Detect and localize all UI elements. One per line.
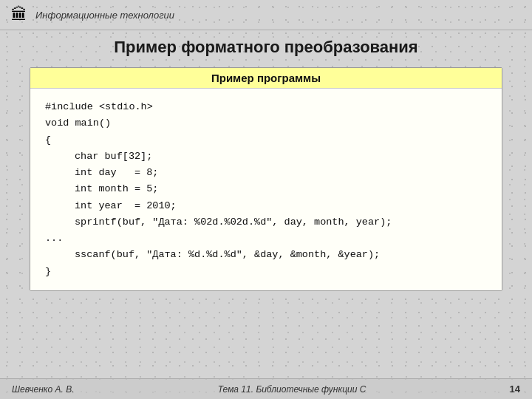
code-line: int day = 8;	[45, 165, 487, 181]
code-line: int month = 5;	[45, 181, 487, 197]
code-line: sscanf(buf, "Дата: %d.%d.%d", &day, &mon…	[45, 247, 487, 263]
header-title: Информационные технологии	[35, 10, 174, 21]
header: 🏛 Информационные технологии	[0, 0, 532, 30]
logo-icon: 🏛	[9, 4, 30, 25]
code-line: ...	[45, 231, 487, 247]
footer: Шевченко А. В. Тема 11. Библиотечные фун…	[0, 378, 532, 399]
code-line: }	[45, 264, 487, 280]
footer-page: 14	[510, 383, 520, 395]
code-line: {	[45, 132, 487, 149]
code-line: sprintf(buf, "Дата: %02d.%02d.%d", day, …	[45, 214, 487, 231]
code-line: void main()	[45, 115, 487, 132]
code-line: int year = 2010;	[45, 198, 487, 214]
code-line: #include <stdio.h>	[45, 99, 487, 115]
code-area: #include <stdio.h>void main(){char buf[3…	[30, 89, 502, 290]
program-box: Пример программы #include <stdio.h>void …	[30, 67, 502, 291]
code-line: char buf[32];	[45, 149, 487, 165]
slide-title: Пример форматного преобразования	[30, 38, 502, 57]
footer-topic: Тема 11. Библиотечные функции С	[218, 384, 366, 395]
slide: 🏛 Информационные технологии Пример форма…	[0, 0, 532, 399]
main-content: Пример форматного преобразования Пример …	[0, 30, 532, 299]
footer-author: Шевченко А. В.	[12, 384, 74, 395]
program-box-title: Пример программы	[30, 68, 502, 89]
